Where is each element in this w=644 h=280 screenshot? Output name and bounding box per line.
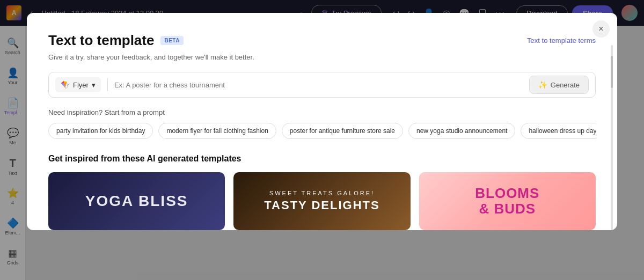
prompt-chip-1[interactable]: modern flyer for fall clothing fashion: [158, 123, 276, 139]
prompt-chip-0[interactable]: party invitation for kids birthday: [48, 123, 153, 139]
chevron-down-icon: ▾: [92, 81, 96, 89]
prompt-chip-3[interactable]: new yoga studio announcement: [408, 123, 515, 139]
template-card-food[interactable]: SWEET TREATS GALORE! TASTY DELIGHTS: [233, 172, 410, 230]
modal-scrollbar[interactable]: [611, 45, 613, 230]
text-to-template-modal: × Text to template BETA Text to template…: [27, 13, 617, 230]
beta-badge: BETA: [160, 36, 183, 45]
prompts-row: party invitation for kids birthday moder…: [48, 123, 596, 139]
generate-button[interactable]: ✨ Generate: [529, 76, 589, 94]
inspiration-label: Need inspiration? Start from a prompt: [48, 108, 596, 116]
modal-title-group: Text to template BETA: [48, 32, 184, 49]
prompt-chip-4[interactable]: halloween dress up day at school: [521, 123, 596, 139]
template-type-label: Flyer: [73, 81, 89, 89]
template-type-selector[interactable]: 🪁 Flyer ▾: [55, 77, 101, 92]
food-template-subtitle: SWEET TREATS GALORE!: [269, 190, 375, 196]
prompt-text-input[interactable]: [114, 81, 525, 89]
modal-overlay[interactable]: × Text to template BETA Text to template…: [0, 0, 644, 280]
food-template-title: TASTY DELIGHTS: [264, 198, 379, 212]
modal-scrollbar-thumb: [611, 56, 613, 88]
ai-templates-section-title: Get inspired from these AI generated tem…: [48, 154, 596, 164]
generate-sparkle-icon: ✨: [538, 80, 547, 89]
modal-subtitle: Give it a try, share your feedback, and …: [48, 53, 596, 61]
prompt-chip-2[interactable]: poster for antique furniture store sale: [282, 123, 403, 139]
terms-link[interactable]: Text to template terms: [527, 36, 596, 45]
input-divider: [107, 78, 108, 91]
modal-title: Text to template: [48, 32, 154, 49]
template-card-blooms[interactable]: BLOOMS& BUDS: [419, 172, 596, 230]
modal-close-button[interactable]: ×: [592, 20, 610, 38]
prompt-input-row: 🪁 Flyer ▾ ✨ Generate: [48, 72, 596, 98]
close-icon: ×: [598, 24, 603, 34]
flyer-icon: 🪁: [61, 80, 70, 89]
ai-templates-grid: YOGA BLISS SWEET TREATS GALORE! TASTY DE…: [48, 172, 596, 230]
template-card-yoga[interactable]: YOGA BLISS: [48, 172, 225, 230]
blooms-template-title: BLOOMS& BUDS: [475, 186, 539, 216]
modal-header: Text to template BETA Text to template t…: [48, 32, 596, 49]
yoga-template-title: YOGA BLISS: [85, 193, 188, 210]
